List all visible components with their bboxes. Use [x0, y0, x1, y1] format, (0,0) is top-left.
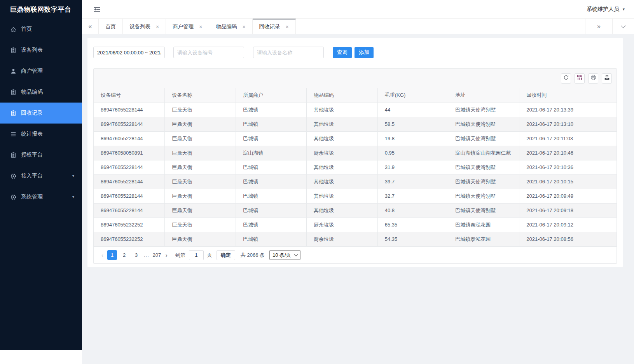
column-header: 回收时间 — [519, 88, 617, 103]
main-area: 系统维护人员 ▼ « 首页 设备列表 × 商户管理 × 物品编码 × 回收记录 — [82, 0, 634, 364]
refresh-icon — [563, 75, 569, 82]
table-cell: 0.95 — [377, 146, 448, 160]
table-cell: 巨鼎天衡 — [165, 131, 236, 146]
query-button[interactable]: 查询 — [333, 47, 352, 58]
chevron-down-icon — [294, 253, 298, 256]
sidebar-item-system-management[interactable]: 系统管理 ▼ — [0, 186, 82, 207]
table-cell: 65.35 — [377, 218, 448, 232]
table-cell: 其他垃圾 — [306, 131, 377, 146]
table-cell: 厨余垃圾 — [306, 146, 377, 160]
sidebar-item-recycle-records[interactable]: 回收记录 — [0, 103, 82, 124]
table-row: 869476055228144巨鼎天衡巴城镇其他垃圾39.7巴城镇天使湾别墅20… — [94, 174, 617, 189]
goto-page-input[interactable] — [189, 250, 204, 260]
tabs-menu-icon[interactable] — [612, 19, 634, 34]
column-header: 所属商户 — [236, 88, 307, 103]
table-cell: 58.5 — [377, 117, 448, 131]
sidebar-item-label: 物品编码 — [21, 89, 43, 96]
sidebar-item-access-platform[interactable]: 接入平台 ▼ — [0, 165, 82, 186]
page-number-last[interactable]: 207 — [152, 250, 162, 260]
table-cell: 19.8 — [377, 131, 448, 146]
page-ellipsis: ... — [144, 252, 149, 258]
tabs-scroll-left-icon[interactable]: « — [82, 19, 99, 34]
table-cell: 巴城镇天使湾别墅 — [448, 203, 519, 218]
table-cell: 869476055228144 — [94, 189, 165, 203]
columns-button[interactable] — [575, 73, 585, 84]
sidebar-item-label: 授权平台 — [21, 152, 43, 158]
close-icon[interactable]: × — [286, 24, 289, 30]
column-header: 地址 — [448, 88, 519, 103]
user-menu[interactable]: 系统维护人员 ▼ — [587, 6, 625, 13]
sidebar-item-label: 首页 — [21, 26, 32, 33]
sidebar-item-reports[interactable]: 统计报表 — [0, 124, 82, 145]
columns-icon — [577, 75, 583, 82]
table-cell: 巨鼎天衡 — [165, 218, 236, 232]
gear-icon — [10, 173, 17, 179]
tab-recycle-records[interactable]: 回收记录 × — [253, 19, 296, 34]
sidebar-collapse-icon[interactable] — [93, 6, 101, 12]
page-number-1[interactable]: 1 — [107, 250, 117, 260]
table-cell: 巨鼎天衡 — [165, 174, 236, 189]
table-cell: 巨鼎天衡 — [165, 117, 236, 131]
table-cell: 2021-06-17 20:13:39 — [519, 103, 617, 117]
chevron-down-icon: ▼ — [72, 195, 75, 199]
table-row: 869476055228144巨鼎天衡巴城镇其他垃圾32.7巴城镇天使湾别墅20… — [94, 189, 617, 203]
sidebar-item-home[interactable]: 首页 — [0, 19, 82, 40]
user-icon — [10, 68, 17, 75]
pagination-bar: ‹ 1 2 3 ... 207 › 到第 页 确定 共 2066 条 10 条/ — [94, 246, 617, 263]
table-cell: 2021-06-17 20:08:56 — [519, 232, 617, 246]
table-row: 869476055228144巨鼎天衡巴城镇其他垃圾31.9巴城镇天使湾别墅20… — [94, 160, 617, 174]
tab-device-list[interactable]: 设备列表 × — [123, 19, 166, 34]
table-cell: 巴城镇泰泓花园 — [448, 232, 519, 246]
tab-merchants[interactable]: 商户管理 × — [166, 19, 209, 34]
sidebar-item-label: 系统管理 — [21, 193, 43, 200]
table-cell: 2021-06-17 20:13:10 — [519, 117, 617, 131]
goto-page-label: 到第 — [175, 252, 185, 259]
date-range-input[interactable] — [93, 47, 165, 58]
tab-item-codes[interactable]: 物品编码 × — [209, 19, 252, 34]
close-icon[interactable]: × — [199, 24, 202, 30]
gear-icon — [10, 194, 17, 200]
table-cell: 其他垃圾 — [306, 203, 377, 218]
table-cell: 2021-06-17 20:11:03 — [519, 131, 617, 146]
sidebar-item-auth-platform[interactable]: 授权平台 — [0, 145, 82, 165]
table-cell: 2021-06-17 20:10:46 — [519, 146, 617, 160]
page-number-2[interactable]: 2 — [119, 250, 129, 260]
table-cell: 巴城镇 — [236, 232, 307, 246]
table-cell: 巨鼎天衡 — [165, 203, 236, 218]
table-cell: 2021-06-17 20:10:15 — [519, 174, 617, 189]
close-icon[interactable]: × — [156, 24, 159, 30]
print-button[interactable] — [588, 73, 598, 84]
export-button[interactable] — [602, 73, 612, 84]
table-cell: 39.7 — [377, 174, 448, 189]
prev-page-icon[interactable]: ‹ — [99, 252, 106, 258]
table-cell: 巨鼎天衡 — [165, 146, 236, 160]
sidebar-item-item-codes[interactable]: 物品编码 — [0, 82, 82, 103]
user-name: 系统维护人员 — [587, 6, 619, 13]
tabs-scroll-right-icon[interactable]: » — [585, 19, 612, 34]
next-page-icon[interactable]: › — [163, 252, 170, 258]
device-no-input[interactable] — [173, 47, 244, 58]
refresh-button[interactable] — [561, 73, 571, 84]
table-cell: 巴城镇天使湾别墅 — [448, 189, 519, 203]
goto-confirm-button[interactable]: 确定 — [217, 250, 235, 260]
tab-home[interactable]: 首页 — [99, 19, 123, 34]
table-cell: 巴城镇 — [236, 117, 307, 131]
column-header: 设备名称 — [165, 88, 236, 103]
table-cell: 2021-06-17 20:09:12 — [519, 218, 617, 232]
page-size-select[interactable]: 10 条/页 — [269, 250, 300, 260]
column-header: 设备编号 — [94, 88, 165, 103]
sidebar-item-merchants[interactable]: 商户管理 — [0, 61, 82, 82]
page-number-3[interactable]: 3 — [131, 250, 141, 260]
sidebar-item-device-list[interactable]: 设备列表 — [0, 40, 82, 61]
tab-label: 设备列表 — [129, 23, 150, 30]
device-name-input[interactable] — [253, 47, 324, 58]
clipboard-icon — [10, 110, 17, 117]
table-cell: 淀山湖镇淀山湖花园仁苑 — [448, 146, 519, 160]
table-row: 869476058050891巨鼎天衡淀山湖镇厨余垃圾0.95淀山湖镇淀山湖花园… — [94, 146, 617, 160]
table-cell: 869476055232252 — [94, 232, 165, 246]
add-button[interactable]: 添加 — [355, 47, 374, 58]
table-container: 设备编号 设备名称 所属商户 物品编码 毛重(KG) 地址 回收时间 86947… — [93, 68, 617, 264]
tab-label: 物品编码 — [216, 23, 237, 30]
close-icon[interactable]: × — [242, 24, 245, 30]
tab-bar: « 首页 设备列表 × 商户管理 × 物品编码 × 回收记录 × » — [82, 19, 634, 34]
